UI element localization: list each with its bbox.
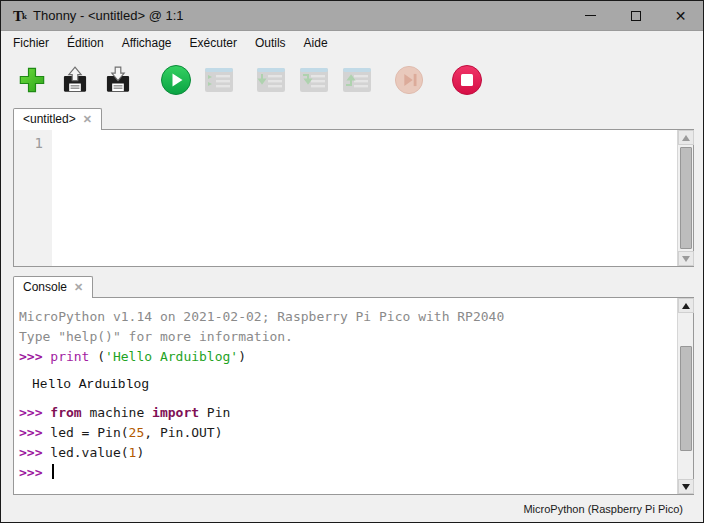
tab-close-icon[interactable]: ✕: [74, 282, 83, 293]
console-line: Type "help()" for more information.: [19, 327, 673, 347]
console-line: >>>: [19, 463, 673, 483]
console-segment-prompt: >>>: [19, 465, 50, 480]
text-cursor: [52, 464, 54, 479]
console-segment-string: 'Hello Arduiblog': [105, 349, 238, 364]
editor-line-numbers: 1: [14, 130, 52, 266]
console-segment-keyword: import: [152, 405, 199, 420]
minimize-button[interactable]: [568, 1, 613, 31]
menu-item-fichier[interactable]: Fichier: [4, 32, 58, 54]
console-line: >>> led.value(1): [19, 443, 673, 463]
scroll-down-icon[interactable]: [678, 479, 694, 494]
editor-tab-untitled[interactable]: <untitled> ✕: [13, 108, 102, 130]
scroll-up-icon[interactable]: [678, 130, 694, 145]
console-line: >>> led = Pin(25, Pin.OUT): [19, 423, 673, 443]
maximize-button[interactable]: [613, 1, 658, 31]
maximize-icon: [631, 11, 641, 21]
step-into-button: [295, 59, 333, 101]
thonny-window: Tk Thonny - <untitled> @ 1:1 ✕ FichierÉd…: [0, 0, 704, 523]
console-vertical-scrollbar[interactable]: [677, 298, 693, 494]
scroll-up-icon[interactable]: [678, 298, 694, 313]
step-into-icon: [299, 67, 329, 93]
console-segment-stdout: Hello Arduiblog: [32, 377, 149, 392]
minimize-icon: [585, 15, 596, 16]
plus-icon: [18, 66, 46, 94]
menu-item-outils[interactable]: Outils: [246, 32, 295, 54]
play-circle-icon: [160, 64, 192, 96]
console-scroll-track[interactable]: [678, 313, 694, 479]
line-number: 1: [14, 135, 43, 151]
window-title: Thonny - <untitled> @ 1:1: [33, 8, 184, 23]
menubar: FichierÉditionAffichageExécuterOutilsAid…: [1, 31, 703, 55]
toolbar: [1, 55, 703, 105]
step-over-icon: [256, 67, 286, 93]
console-line: >>> print ('Hello Arduiblog'): [19, 347, 673, 367]
console-segment-plain: ): [136, 445, 144, 460]
console-segment-prompt: >>>: [19, 405, 50, 420]
console-segment-plain: ): [238, 349, 246, 364]
close-icon: ✕: [675, 9, 687, 23]
console-segment-banner: MicroPython v1.14 on 2021-02-02; Raspber…: [19, 309, 504, 324]
editor-vertical-scrollbar[interactable]: [677, 130, 693, 266]
menu-item-executer[interactable]: Exécuter: [181, 32, 246, 54]
console-pane: MicroPython v1.14 on 2021-02-02; Raspber…: [13, 297, 694, 495]
menu-item-affichage[interactable]: Affichage: [113, 32, 181, 54]
editor-scroll-track[interactable]: [678, 145, 694, 251]
menu-item-aide[interactable]: Aide: [295, 32, 337, 54]
console-line: MicroPython v1.14 on 2021-02-02; Raspber…: [19, 307, 673, 327]
save-file-button[interactable]: [99, 59, 137, 101]
console-tabrow: Console ✕: [1, 273, 703, 297]
editor-tab-label: <untitled>: [23, 112, 76, 126]
close-button[interactable]: ✕: [658, 1, 703, 31]
debug-button: [200, 59, 238, 101]
debug-list-icon: [204, 67, 234, 93]
console-segment-plain: Pin: [199, 405, 230, 420]
console-segment-plain: led.value(: [50, 445, 128, 460]
floppy-arrow-down-icon: [104, 66, 132, 94]
stop-button[interactable]: [448, 59, 486, 101]
floppy-arrow-up-icon: [61, 66, 89, 94]
titlebar[interactable]: Tk Thonny - <untitled> @ 1:1 ✕: [1, 1, 703, 31]
console-output[interactable]: MicroPython v1.14 on 2021-02-02; Raspber…: [14, 298, 677, 494]
run-button[interactable]: [157, 59, 195, 101]
step-out-icon: [342, 67, 372, 93]
console-segment-number: 25: [129, 425, 145, 440]
console-scroll-thumb[interactable]: [680, 346, 692, 451]
thonny-logo-icon: Tk: [9, 7, 27, 25]
scroll-down-icon[interactable]: [678, 251, 694, 266]
console-line: Hello Arduiblog: [19, 375, 673, 395]
console-segment-keyword: from: [50, 405, 81, 420]
editor-pane: 1: [13, 129, 694, 267]
editor-scroll-thumb[interactable]: [680, 147, 692, 249]
open-file-button[interactable]: [56, 59, 94, 101]
statusbar: MicroPython (Raspberry Pi Pico): [1, 495, 703, 522]
console-segment-prompt: >>>: [19, 445, 50, 460]
menu-item-edition[interactable]: Édition: [58, 32, 113, 54]
console-segment-plain: machine: [82, 405, 152, 420]
resume-button: [390, 59, 428, 101]
console-line: >>> from machine import Pin: [19, 403, 673, 423]
console-segment-builtin: print: [50, 349, 89, 364]
console-segment-prompt: >>>: [19, 425, 50, 440]
console-segment-plain: , Pin.OUT): [144, 425, 222, 440]
tab-close-icon[interactable]: ✕: [83, 114, 92, 125]
console-segment-prompt: >>>: [19, 349, 50, 364]
console-segment-plain: led = Pin(: [50, 425, 128, 440]
editor-code-area[interactable]: [52, 130, 677, 266]
stop-circle-icon: [451, 64, 483, 96]
new-file-button[interactable]: [13, 59, 51, 101]
step-out-button: [338, 59, 376, 101]
resume-circle-icon: [394, 65, 424, 95]
step-over-button: [252, 59, 290, 101]
console-segment-plain: (: [89, 349, 105, 364]
backend-indicator[interactable]: MicroPython (Raspberry Pi Pico): [523, 503, 683, 515]
console-tab[interactable]: Console ✕: [13, 276, 93, 298]
editor-tabrow: <untitled> ✕: [1, 105, 703, 129]
console-tab-label: Console: [23, 280, 67, 294]
console-segment-banner: Type "help()" for more information.: [19, 329, 293, 344]
